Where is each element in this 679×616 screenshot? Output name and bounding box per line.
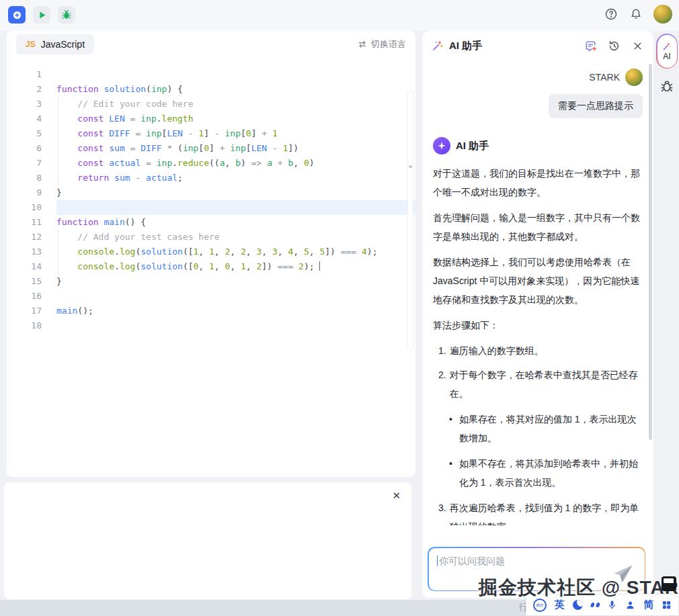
swap-arrows-icon — [358, 40, 367, 48]
line-number: 8 — [7, 171, 42, 185]
nav-toolbar — [8, 6, 75, 24]
nav-right-group — [604, 5, 672, 24]
user-avatar-small — [625, 69, 643, 86]
editor-scrollbar[interactable] — [407, 90, 413, 351]
code-line[interactable]: 7 const actual = inp.reduce((a, b) => a … — [7, 156, 415, 171]
debug-button[interactable] — [58, 6, 75, 24]
code-line[interactable]: 6 const sum = DIFF * (inp[0] + inp[LEN -… — [7, 141, 415, 156]
text-caret — [437, 556, 438, 566]
sparkle-icon — [437, 141, 446, 150]
code-line[interactable]: 14 console.log(solution([0, 1, 0, 1, 2])… — [7, 259, 415, 274]
code-area[interactable]: 12function solution(inp) {3 // Edit your… — [7, 58, 415, 477]
code-editor-panel: JS JavaScript 切换语言 12function solution(i… — [7, 31, 415, 477]
list-item: 1.遍历输入的数字数组。 — [438, 341, 643, 360]
sparkle-wand-icon — [662, 42, 672, 51]
close-console-icon[interactable]: ✕ — [392, 490, 401, 500]
line-number: 10 — [7, 200, 42, 215]
ai-avatar — [433, 137, 450, 155]
code-line[interactable]: 13 console.log(solution([1, 1, 2, 2, 3, … — [7, 245, 415, 259]
voice-dots-icon[interactable] — [591, 603, 600, 607]
line-number: 7 — [7, 156, 42, 171]
line-number: 12 — [7, 230, 42, 245]
code-line[interactable]: 16 — [7, 289, 415, 304]
user-message-bubble: 需要一点思路提示 — [549, 94, 643, 118]
ai-sidebar-button[interactable]: AI — [656, 34, 678, 69]
line-number: 6 — [7, 141, 42, 156]
line-number: 11 — [7, 215, 42, 230]
bullet-item: •如果不存在，将其添加到哈希表中，并初始化为 1，表示首次出现。 — [449, 454, 643, 492]
user-message-header: STARK — [433, 69, 643, 86]
tab-javascript[interactable]: JS JavaScript — [16, 34, 94, 54]
user-name: STARK — [589, 72, 620, 83]
code-line[interactable]: 9} — [7, 185, 415, 200]
line-number: 18 — [7, 318, 42, 333]
plus-circle-icon — [12, 10, 22, 20]
chat-scrollbar[interactable] — [649, 64, 652, 440]
editor-header: JS JavaScript 切换语言 — [7, 31, 415, 58]
line-number: 14 — [7, 259, 42, 274]
apps-grid-icon[interactable] — [662, 600, 672, 610]
line-number: 17 — [7, 304, 42, 318]
code-line[interactable]: 5 const DIFF = inp[LEN - 1] - inp[0] + 1 — [7, 126, 415, 141]
night-mode-icon[interactable] — [573, 600, 583, 610]
line-number: 15 — [7, 274, 42, 289]
help-icon[interactable] — [604, 7, 618, 21]
input-placeholder: 你可以问我问题 — [439, 555, 505, 566]
chat-area[interactable]: STARK 需要一点思路提示 AI 助手 对于这道题，我们的目标是找出在一堆数字… — [422, 60, 653, 525]
code-line[interactable]: 2function solution(inp) { — [7, 82, 415, 97]
add-button[interactable] — [8, 6, 26, 24]
assistant-paragraph: 数据结构选择上，我们可以考虑使用哈希表（在 JavaScript 中可以用对象来… — [433, 253, 643, 309]
debug-sidebar-icon[interactable] — [660, 79, 674, 93]
contacts-icon[interactable] — [625, 600, 635, 610]
assistant-paragraph: 算法步骤如下： — [433, 316, 643, 335]
code-line[interactable]: 12 // Add your test cases here — [7, 230, 415, 245]
code-line[interactable]: 3 // Edit your code here — [7, 97, 415, 112]
assistant-name: AI 助手 — [456, 140, 489, 152]
line-number: 4 — [7, 112, 42, 126]
ai-assistant-panel: AI 助手 STARK 需要一点思路提示 AI 助手 对于这道题，我们的目 — [422, 31, 653, 598]
code-line[interactable]: 4 const LEN = inp.length — [7, 112, 415, 126]
close-panel-icon[interactable] — [631, 39, 644, 52]
assistant-ordered-list: 1.遍历输入的数字数组。2.对于每个数字，在哈希表中查找其是否已经存在。•如果存… — [438, 341, 643, 525]
line-number: 16 — [7, 289, 42, 304]
user-avatar[interactable] — [653, 5, 672, 24]
ai-panel-header: AI 助手 — [422, 31, 653, 60]
line-number: 3 — [7, 97, 42, 112]
text-caret — [319, 261, 321, 271]
code-line[interactable]: 15} — [7, 274, 415, 289]
code-lines: 12function solution(inp) {3 // Edit your… — [7, 67, 415, 333]
code-line[interactable]: 10 — [7, 200, 415, 215]
watermark: 掘金技术社区 @ STARK — [479, 575, 679, 601]
line-number: 1 — [7, 67, 42, 82]
mic-icon[interactable] — [607, 600, 617, 610]
code-line[interactable]: 18 — [7, 318, 415, 333]
play-icon — [37, 10, 47, 20]
scrollbar-thumb[interactable] — [409, 165, 412, 168]
ai-header-actions — [584, 39, 644, 52]
run-button[interactable] — [33, 6, 50, 24]
notification-bell-icon[interactable] — [629, 7, 643, 21]
line-number: 2 — [7, 82, 42, 97]
top-navbar — [0, 0, 679, 31]
switch-language-label: 切换语言 — [371, 38, 406, 50]
code-line[interactable]: 8 return sum - actual; — [7, 171, 415, 185]
keyboard-toggle-icon[interactable] — [662, 576, 676, 591]
console-panel: ✕ — [4, 482, 411, 599]
list-item: 3.再次遍历哈希表，找到值为 1 的数字，即为单独出现的数字。 — [438, 498, 643, 525]
list-item: 2.对于每个数字，在哈希表中查找其是否已经存在。 — [438, 365, 643, 403]
code-line[interactable]: 11function main() { — [7, 215, 415, 230]
bug-icon — [61, 9, 72, 20]
code-line[interactable]: 1 — [7, 67, 415, 82]
js-icon: JS — [26, 40, 36, 49]
ai-panel-title: AI 助手 — [432, 40, 482, 52]
history-icon[interactable] — [607, 39, 621, 52]
switch-language-button[interactable]: 切换语言 — [358, 38, 406, 50]
sparkle-wand-icon — [432, 40, 444, 52]
bullet-item: •如果存在，将其对应的值加 1，表示出现次数增加。 — [449, 410, 643, 447]
ai-sidebar-label: AI — [663, 52, 670, 61]
ai-panel-title-text: AI 助手 — [449, 40, 482, 52]
code-line[interactable]: 17main(); — [7, 304, 415, 318]
assistant-message-body: 对于这道题，我们的目标是找出在一堆数字中，那个唯一不成对出现的数字。首先理解问题… — [433, 164, 643, 525]
line-number: 9 — [7, 185, 42, 200]
new-chat-icon[interactable] — [584, 39, 597, 52]
